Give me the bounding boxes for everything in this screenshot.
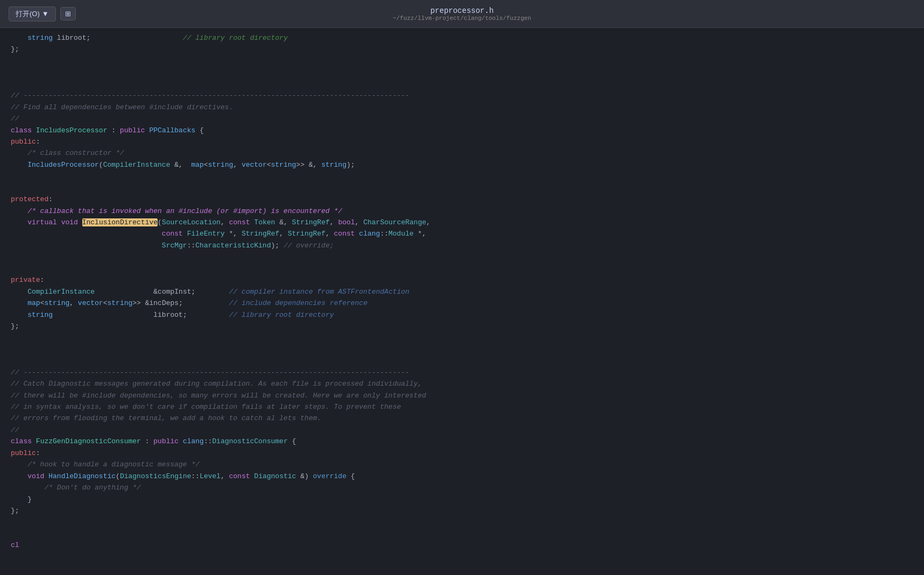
line xyxy=(11,55,913,67)
line: IncludesProcessor(CompilerInstance &, ma… xyxy=(11,159,913,171)
line: public: xyxy=(11,136,913,147)
title-bar-left: 打开(O) ▼ ⊞ xyxy=(9,6,76,22)
line: /* class constructor */ xyxy=(11,147,913,159)
line: // there will be #include dependencies, … xyxy=(11,390,913,401)
file-title: preprocessor.h xyxy=(393,6,531,15)
line: // -------------------------------------… xyxy=(11,367,913,378)
line xyxy=(11,332,913,343)
line: protected: xyxy=(11,194,913,205)
line: } xyxy=(11,494,913,505)
line: /* callback that is invoked when an #inc… xyxy=(11,205,913,217)
file-path: ~/fuzz/llvm-project/clang/tools/fuzzgen xyxy=(393,15,531,22)
line xyxy=(11,344,913,355)
line: string libroot; // library root director… xyxy=(11,32,913,44)
line: void HandleDiagnostic(DiagnosticsEngine:… xyxy=(11,471,913,482)
line: virtual void InclusionDirective(SourceLo… xyxy=(11,217,913,228)
line: /* Don't do anything */ xyxy=(11,482,913,493)
line: // xyxy=(11,424,913,436)
line: public: xyxy=(11,448,913,459)
line: }; xyxy=(11,44,913,55)
line: }; xyxy=(11,321,913,332)
line: class FuzzGenDiagnosticConsumer : public… xyxy=(11,436,913,447)
line xyxy=(11,79,913,90)
line: CompilerInstance &compInst; // compiler … xyxy=(11,286,913,297)
line: // -------------------------------------… xyxy=(11,90,913,101)
line: // in syntax analysis, so we don't care … xyxy=(11,401,913,413)
line: class IncludesProcessor : public PPCallb… xyxy=(11,125,913,136)
title-bar: 打开(O) ▼ ⊞ preprocessor.h ~/fuzz/llvm-pro… xyxy=(0,0,924,28)
title-center: preprocessor.h ~/fuzz/llvm-project/clang… xyxy=(393,6,531,22)
line: // Find all dependencies between #includ… xyxy=(11,102,913,113)
line: /* hook to handle a diagnostic message *… xyxy=(11,459,913,470)
line xyxy=(11,171,913,182)
editor[interactable]: string libroot; // library root director… xyxy=(0,28,924,575)
line: // xyxy=(11,113,913,124)
line xyxy=(11,355,913,366)
line xyxy=(11,67,913,78)
line: // errors from flooding the terminal, we… xyxy=(11,413,913,424)
line: const FileEntry *, StringRef, StringRef,… xyxy=(11,228,913,239)
line: }; xyxy=(11,505,913,516)
code-area: string libroot; // library root director… xyxy=(0,32,924,551)
line xyxy=(11,263,913,274)
line: cl xyxy=(11,539,913,551)
line xyxy=(11,516,913,528)
line: string libroot; // library root director… xyxy=(11,309,913,321)
line: private: xyxy=(11,274,913,286)
line: // Catch Diagnostic messages generated d… xyxy=(11,378,913,389)
line: map<string, vector<string>> &incDeps; //… xyxy=(11,297,913,309)
line xyxy=(11,528,913,539)
open-button[interactable]: 打开(O) ▼ xyxy=(9,6,56,22)
line: SrcMgr::CharacteristicKind); // override… xyxy=(11,240,913,251)
line xyxy=(11,251,913,262)
icon-button[interactable]: ⊞ xyxy=(60,7,76,20)
line xyxy=(11,182,913,194)
